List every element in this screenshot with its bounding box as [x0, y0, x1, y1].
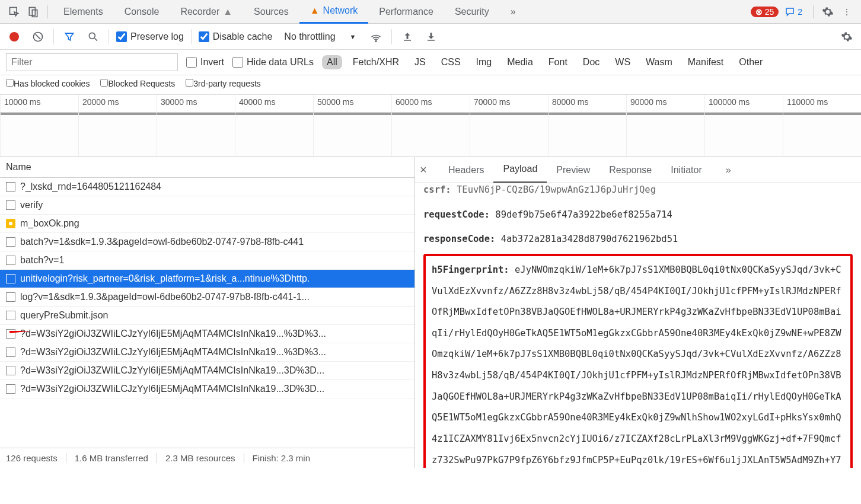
request-row[interactable]: ?_lxskd_rnd=1644805121162484 [0, 178, 414, 196]
svg-point-4 [89, 33, 95, 39]
file-icon [6, 329, 15, 339]
filter-type-all[interactable]: All [322, 55, 342, 69]
tab-elements[interactable]: Elements [53, 0, 114, 24]
filter-type-img[interactable]: Img [471, 55, 497, 69]
requests-footer: 126 requests 1.6 MB transferred 2.3 MB r… [0, 448, 414, 468]
image-file-icon [6, 219, 15, 228]
preserve-log-checkbox[interactable]: Preserve log [116, 31, 184, 42]
tab-sources[interactable]: Sources [243, 0, 299, 24]
kebab-menu-icon[interactable]: ⋮ [837, 2, 856, 21]
footer-requests: 126 requests [6, 453, 66, 463]
highlighted-fingerprint: h5Fingerprint: eJyNWOmzqkiW/1eM+6k7pJ7sS… [423, 254, 853, 468]
clear-button[interactable] [30, 28, 46, 45]
file-icon [6, 366, 15, 375]
filter-type-ws[interactable]: WS [610, 55, 635, 69]
divider [47, 5, 48, 18]
tab-security[interactable]: Security [444, 0, 500, 24]
filter-type-manifest[interactable]: Manifest [683, 55, 728, 69]
footer-finish: Finish: 2.3 min [244, 453, 319, 463]
svg-rect-0 [10, 7, 17, 14]
error-badge[interactable]: ⊗25 [751, 7, 779, 17]
footer-resources: 2.3 MB resources [157, 453, 244, 463]
search-icon[interactable] [85, 28, 101, 45]
file-icon [6, 384, 15, 394]
network-conditions-icon[interactable] [368, 28, 384, 45]
filter-input[interactable] [6, 53, 178, 71]
network-toolbar: Preserve log Disable cache No throttling… [0, 24, 861, 50]
detail-tab-initiator[interactable]: Initiator [661, 157, 711, 183]
filter-type-fetch-xhr[interactable]: Fetch/XHR [348, 55, 404, 69]
filter-type-media[interactable]: Media [502, 55, 538, 69]
upload-har-icon[interactable] [399, 28, 416, 45]
request-row[interactable]: batch?v=1&sdk=1.9.3&pageId=owl-6dbe60b2-… [0, 233, 414, 251]
tab-performance[interactable]: Performance [368, 0, 444, 24]
has-blocked-cookies-checkbox[interactable]: Has blocked cookies [6, 79, 90, 88]
details-tab-bar: × HeadersPayloadPreviewResponseInitiator… [415, 157, 861, 183]
filter-type-other[interactable]: Other [734, 55, 767, 69]
request-row[interactable]: ?d=W3siY2giOiJ3ZWIiLCJzYyI6IjE5MjAqMTA4M… [0, 325, 414, 343]
file-icon [6, 237, 15, 247]
request-row[interactable]: m_boxOk.png [0, 215, 414, 233]
filter-type-js[interactable]: JS [410, 55, 430, 69]
filter-type-wasm[interactable]: Wasm [641, 55, 677, 69]
request-row[interactable]: ?d=W3siY2giOiJ3ZWIiLCJzYyI6IjE5MjAqMTA4M… [0, 380, 414, 398]
more-tabs-icon[interactable]: » [500, 0, 527, 24]
detail-tab-response[interactable]: Response [599, 157, 661, 183]
request-row[interactable]: unitivelogin?risk_partner=0&risk_platfor… [0, 270, 414, 288]
requests-header[interactable]: Name [0, 157, 414, 178]
more-detail-tabs-icon[interactable]: » [716, 157, 741, 183]
details-pane: × HeadersPayloadPreviewResponseInitiator… [415, 157, 861, 468]
requests-pane: Name ?_lxskd_rnd=1644805121162484verifym… [0, 157, 415, 468]
svg-rect-7 [428, 40, 435, 41]
request-row[interactable]: ?d=W3siY2giOiJ3ZWIiLCJzYyI6IjE5MjAqMTA4M… [0, 362, 414, 380]
detail-tab-preview[interactable]: Preview [547, 157, 599, 183]
request-row[interactable]: batch?v=1 [0, 251, 414, 270]
settings-icon[interactable] [818, 2, 837, 21]
timeline-overview[interactable]: 10000 ms20000 ms30000 ms40000 ms50000 ms… [0, 95, 861, 157]
tab-recorder[interactable]: Recorder ▲ [170, 0, 243, 24]
filter-type-css[interactable]: CSS [436, 55, 465, 69]
throttling-select[interactable]: No throttling▼ [279, 30, 361, 43]
file-icon [6, 347, 15, 357]
filter-bar: Invert Hide data URLs AllFetch/XHRJSCSSI… [0, 50, 861, 75]
device-toggle-icon[interactable] [24, 2, 43, 21]
messages-badge[interactable]: 2 [779, 7, 808, 17]
tab-network[interactable]: ▲ Network [299, 0, 369, 24]
filter-toggle-icon[interactable] [61, 28, 78, 45]
request-row[interactable]: log?v=1&sdk=1.9.3&pageId=owl-6dbe60b2-07… [0, 288, 414, 307]
footer-transferred: 1.6 MB transferred [66, 453, 157, 463]
disable-cache-checkbox[interactable]: Disable cache [199, 31, 273, 42]
file-icon [6, 274, 15, 283]
inspect-icon[interactable] [5, 2, 24, 21]
svg-point-5 [376, 40, 377, 42]
network-settings-icon[interactable] [838, 28, 855, 45]
filter-type-font[interactable]: Font [544, 55, 572, 69]
filter-bar-row2: Has blocked cookies Blocked Requests 3rd… [0, 75, 861, 95]
file-icon [6, 311, 15, 320]
svg-rect-6 [404, 40, 411, 41]
detail-tab-payload[interactable]: Payload [493, 157, 547, 183]
detail-tab-headers[interactable]: Headers [439, 157, 493, 183]
invert-checkbox[interactable]: Invert [186, 57, 224, 68]
third-party-checkbox[interactable]: 3rd-party requests [186, 79, 261, 88]
file-icon [6, 292, 15, 302]
request-row[interactable]: verify [0, 196, 414, 215]
file-icon [6, 182, 15, 192]
filter-type-doc[interactable]: Doc [578, 55, 604, 69]
file-icon [6, 256, 15, 265]
divider [813, 5, 814, 18]
record-button[interactable] [6, 28, 23, 45]
svg-point-8 [9, 222, 12, 225]
hide-data-urls-checkbox[interactable]: Hide data URLs [232, 57, 314, 68]
devtools-tab-bar: ElementsConsoleRecorder ▲Sources▲ Networ… [0, 0, 861, 24]
tab-console[interactable]: Console [114, 0, 170, 24]
file-icon [6, 200, 15, 210]
requests-list[interactable]: ?_lxskd_rnd=1644805121162484verifym_boxO… [0, 178, 414, 448]
request-row[interactable]: ?d=W3siY2giOiJ3ZWIiLCJzYyI6IjE5MjAqMTA4M… [0, 343, 414, 362]
download-har-icon[interactable] [423, 28, 439, 45]
payload-body[interactable]: csrf: TEuvN6jP-CQzBG/19wpwAnGz1J6pJuHrjQ… [415, 183, 861, 468]
close-details-icon[interactable]: × [420, 163, 434, 177]
request-row[interactable]: queryPreSubmit.json [0, 307, 414, 325]
blocked-requests-checkbox[interactable]: Blocked Requests [100, 79, 175, 88]
